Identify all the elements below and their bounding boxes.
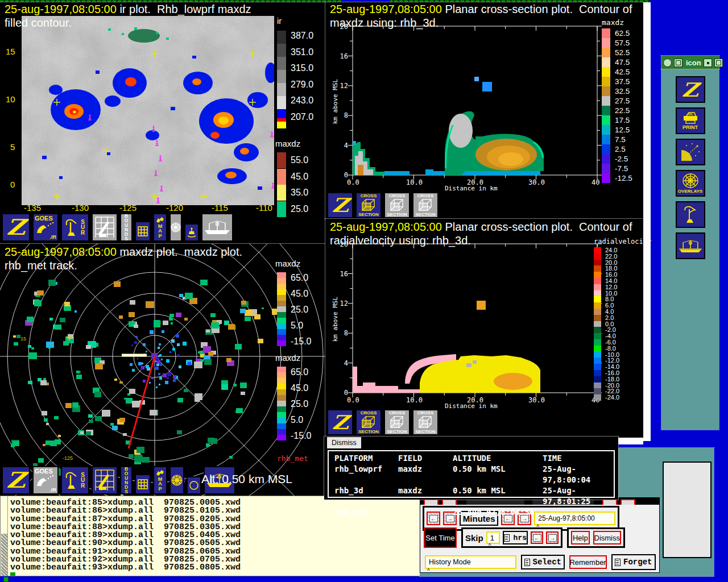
left-arrow-icon: ←: [533, 534, 541, 542]
grid-antenna-button[interactable]: [92, 213, 118, 242]
list-item: 65.0: [291, 273, 311, 282]
colorbar-row: -18.0: [594, 376, 643, 383]
circle-icon: [189, 480, 199, 490]
small-grid-button[interactable]: [135, 221, 151, 242]
radialvelocity-colorbar: 24.022.020.018.016.014.012.010.08.06.04.…: [594, 247, 643, 401]
y-tick: 16: [336, 270, 348, 278]
platform-status-overlay: Dismiss PLATFORMFIELDALTITUDETIMErhb_low…: [324, 436, 618, 500]
colorbar-row: -24.0: [594, 394, 643, 401]
zebra-logo-button[interactable]: Z: [327, 192, 353, 218]
colorbar-label: maxdz: [602, 18, 624, 27]
cross-section-button-active[interactable]: CROSS SECTION: [355, 192, 382, 218]
hrs-button[interactable]: hrs: [503, 531, 528, 544]
window-resize-icon[interactable]: [714, 59, 723, 67]
surveillance-button[interactable]: SUR: [61, 213, 89, 242]
window-iconify-icon[interactable]: [674, 59, 682, 67]
small-grid-button[interactable]: [135, 474, 151, 494]
satellite-dish-button[interactable]: [676, 139, 705, 165]
overlay-rings-button[interactable]: [169, 466, 184, 494]
cube-icon: [361, 198, 377, 212]
colorbar-label: ir: [277, 16, 282, 26]
skip-forward-button[interactable]: →: [546, 531, 559, 544]
forget-button[interactable]: Forget: [611, 554, 656, 570]
y-axis-label: km above MSL: [332, 288, 339, 351]
colorbar-row: 55.0: [277, 152, 308, 169]
colorbar-row: 22.0: [594, 253, 643, 260]
ir-panel-title: 25-aug-1997,08:05:00 ir plot. Rhb_lowprf…: [5, 3, 251, 16]
cross-section-button[interactable]: CROSS SECTION: [384, 409, 410, 435]
list-item: 5.0: [291, 415, 311, 425]
y-tick: 15: [6, 47, 15, 56]
colorbar-label: maxdz: [275, 353, 300, 363]
bounds-button[interactable]: BOUNDS: [120, 213, 133, 242]
ship-icon: [204, 219, 231, 236]
x-tick: 30.0: [528, 178, 545, 186]
scrollbar-thumb[interactable]: [1, 534, 7, 576]
help-button[interactable]: Help: [571, 531, 590, 544]
colorbar-label: maxdz: [275, 259, 300, 268]
select-button[interactable]: Select: [521, 555, 565, 569]
xsec2-toolbar: Z CROSS SECTION CROSS SECTION CROSS SECT…: [327, 408, 439, 435]
radialvelocity-contours: [353, 301, 540, 393]
overlays-button[interactable]: OVERLAYS: [676, 170, 705, 197]
window-button-icon[interactable]: [704, 59, 712, 67]
cross-section-button-active[interactable]: CROSS SECTION: [355, 409, 382, 435]
bounds-button[interactable]: BOUNDS: [120, 466, 133, 494]
x-tick: 0.0: [347, 396, 359, 404]
skip-value-field[interactable]: 1^: [486, 531, 500, 544]
set-time-button[interactable]: Set Time: [424, 527, 457, 548]
cross-section-plot[interactable]: [325, 2, 643, 190]
buoy-button[interactable]: [184, 223, 199, 242]
surveillance-button[interactable]: SUR: [61, 466, 89, 494]
list-item: 45.0: [291, 289, 311, 298]
colorbar-row: 0.0: [594, 321, 643, 327]
colorbar-row: 14.0: [594, 278, 643, 284]
xsec2-colorbar: radialvelocity 24.022.020.018.016.014.01…: [594, 236, 643, 401]
skip-controls: Skip 1^ hrs ← →: [461, 527, 562, 548]
goes-ir-button[interactable]: GOES .IR: [32, 213, 59, 242]
zebra-logo-button[interactable]: Z: [676, 76, 705, 103]
list-item: 25.0: [291, 305, 311, 314]
cube-icon: [417, 198, 433, 212]
table-header: ALTITUDE: [453, 453, 543, 464]
remember-button[interactable]: Remember: [569, 555, 607, 569]
y-tick: 20: [336, 240, 348, 248]
history-mode-field[interactable]: History Mode^: [425, 555, 516, 569]
maxdz-colorbar: 55.045.035.025.0: [277, 152, 308, 217]
terminal-scrollbar[interactable]: [1, 496, 8, 576]
zebra-logo-button[interactable]: Z: [2, 466, 30, 494]
goes-ir-button[interactable]: GOES .IR: [32, 466, 59, 494]
circle-button[interactable]: [187, 476, 201, 494]
antenna-button[interactable]: [676, 201, 705, 228]
overlay-rings-button[interactable]: [169, 213, 182, 242]
cross-section-button[interactable]: CROSS SECTION: [412, 409, 439, 435]
xsec2-title: 25-aug-1997,08:05:00 Planar cross-sectio…: [330, 221, 632, 234]
cross-section-radialvelocity-panel: 25-aug-1997,08:05:00 Planar cross-sectio…: [325, 219, 643, 438]
grid-antenna-icon: [94, 468, 115, 492]
overlay-dismiss-button[interactable]: Dismiss: [326, 436, 362, 449]
satellite-ir-image[interactable]: [22, 16, 274, 205]
cross-section-button[interactable]: CROSS SECTION: [384, 192, 410, 218]
ship-button[interactable]: [201, 213, 233, 242]
ir-colorbar-yellow: [277, 122, 286, 128]
window-menu-icon[interactable]: [663, 59, 672, 67]
zebra-logo-button[interactable]: Z: [2, 213, 30, 242]
list-item: -15.0: [291, 431, 311, 440]
x-tick: 30.0: [528, 396, 545, 404]
grid-antenna-button[interactable]: [92, 466, 118, 494]
cross-section-button[interactable]: CROSS SECTION: [412, 192, 439, 218]
zebra-logo-button[interactable]: Z: [327, 409, 353, 435]
ship-button[interactable]: [676, 232, 705, 259]
track-platform-label: rhb_met: [277, 454, 308, 463]
map-button[interactable]: MAP: [153, 213, 167, 242]
table-cell: rhb_3d: [334, 485, 398, 507]
colorbar-row: 20.0: [594, 260, 643, 266]
print-button[interactable]: PRINT: [676, 107, 705, 134]
map-button[interactable]: MAP: [153, 466, 167, 494]
skip-back-button[interactable]: ←: [531, 531, 543, 544]
dismiss-button[interactable]: Dismiss: [593, 531, 622, 544]
colorbar-row: 27.5: [602, 96, 643, 106]
cube-icon: [417, 415, 433, 429]
icon-window-titlebar[interactable]: icon: [661, 56, 719, 69]
colorbar-label: maxdz: [275, 139, 300, 148]
